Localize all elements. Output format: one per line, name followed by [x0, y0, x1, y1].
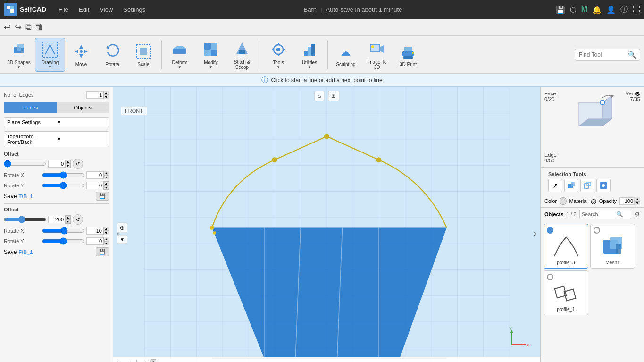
save-btn-2[interactable]: 💾 [96, 247, 109, 256]
search-box[interactable]: 🔍 [579, 210, 631, 219]
bell-icon[interactable]: 🔔 [592, 5, 602, 14]
rotate-y-field-2[interactable] [86, 237, 103, 245]
tool-image-to-3d[interactable]: Image To 3D [362, 38, 392, 72]
tool-scale[interactable]: Scale [128, 38, 159, 72]
gear-btn[interactable]: ⚙ [635, 91, 640, 97]
tool-sculpting[interactable]: Sculpting [331, 38, 361, 72]
objects-row-2: profile_1 [543, 269, 642, 316]
m-icon[interactable]: M [581, 5, 587, 14]
info-icon[interactable]: ⓘ [620, 5, 628, 15]
num-edges-input[interactable]: ▲ ▼ [86, 91, 109, 99]
info-circle-icon: ⓘ [261, 76, 268, 84]
offset-label-1: Offset [4, 151, 109, 157]
rotate-x-field-2[interactable] [86, 227, 103, 235]
color-swatch[interactable] [560, 197, 566, 205]
length-input[interactable]: ▲ ▼ [136, 359, 156, 362]
grid-center-btn[interactable]: ⊞ [328, 91, 339, 101]
rotate-y-field-1[interactable] [86, 182, 103, 189]
select-arrow-btn[interactable]: ↗ [548, 179, 562, 192]
material-icon[interactable]: ◎ [591, 197, 596, 205]
save-icon[interactable]: 💾 [556, 5, 565, 14]
find-tool-search-icon: 🔍 [628, 51, 636, 59]
offset-reset-1[interactable]: ↺ [73, 159, 83, 169]
obj-radio-profile1[interactable] [547, 274, 553, 280]
offset-slider-1[interactable] [4, 160, 46, 167]
topbar-right: 💾 ⬡ M 🔔 👤 ⓘ ⛶ [556, 5, 640, 15]
obj-radio-profile3[interactable] [547, 227, 553, 234]
find-tool-box[interactable]: 🔍 [575, 49, 640, 61]
opacity-field[interactable] [619, 197, 635, 205]
obj-radio-mesh1[interactable] [594, 227, 600, 234]
plane-settings-dropdown[interactable]: Plane Settings ▼ [4, 117, 109, 127]
nav-down-btn[interactable]: ▼ [117, 235, 127, 244]
find-tool-input[interactable] [579, 51, 626, 58]
offset-input-1[interactable]: ▲ ▼ [48, 160, 71, 168]
offset-slider-2[interactable] [4, 216, 46, 223]
menu-file[interactable]: File [54, 4, 73, 15]
plane-orientation-dropdown[interactable]: Top/Bottom, Front/Back ▼ [4, 131, 109, 147]
num-edges-down[interactable]: ▼ [103, 95, 109, 99]
num-edges-up[interactable]: ▲ [103, 91, 109, 95]
tool-move[interactable]: Move [66, 38, 96, 72]
offset-field-1[interactable] [48, 160, 65, 168]
svg-marker-12 [75, 50, 78, 53]
menu-view[interactable]: View [95, 4, 117, 15]
rotate-y-slider-2[interactable] [42, 238, 84, 244]
offset-reset-2[interactable]: ↺ [73, 214, 83, 225]
rotate-x-slider-1[interactable] [42, 172, 84, 178]
rotate-x-input-2[interactable]: ▲ ▼ [86, 227, 109, 235]
fullscreen-icon[interactable]: ⛶ [633, 5, 640, 14]
tool-modify[interactable]: Modify ▼ [196, 38, 226, 72]
svg-point-50 [324, 134, 329, 139]
opacity-input[interactable]: ▲ ▼ [619, 197, 640, 205]
drawing-icon [41, 40, 59, 59]
nav-right-arrow[interactable]: › [530, 224, 540, 242]
rotate-y-input-1[interactable]: ▲ ▼ [86, 181, 109, 190]
delete-btn[interactable]: 🗑 [35, 22, 44, 32]
tab-planes[interactable]: Planes [4, 102, 57, 113]
objects-settings-icon[interactable]: ⚙ [634, 210, 640, 218]
rotate-y-input-2[interactable]: ▲ ▼ [86, 237, 109, 245]
tool-stitch-scoop[interactable]: Stitch & Scoop [227, 38, 257, 72]
redo-btn[interactable]: ↪ [15, 22, 22, 33]
menu-edit[interactable]: Edit [74, 4, 94, 15]
rotate-y-slider-1[interactable] [42, 182, 84, 189]
search-input[interactable] [582, 211, 615, 217]
tool-3d-shapes[interactable]: 3D Shapes ▼ [4, 38, 34, 72]
rotate-x-field-1[interactable] [86, 171, 103, 179]
select-face-btn[interactable] [596, 179, 611, 192]
rotate-x-input-1[interactable]: ▲ ▼ [86, 171, 109, 179]
obj-header-mesh1 [594, 227, 632, 234]
share-icon[interactable]: ⬡ [570, 5, 577, 14]
orbit-btn[interactable]: ⊕ [117, 222, 127, 233]
deform-icon [170, 40, 189, 59]
tool-deform[interactable]: Deform ▼ [165, 38, 195, 72]
obj-item-profile3[interactable]: profile_3 [544, 224, 588, 269]
offset-field-2[interactable] [48, 216, 65, 223]
home-btn[interactable]: ⌂ [314, 91, 324, 101]
save-btn-1[interactable]: 💾 [96, 192, 109, 201]
select-cube-btn[interactable] [564, 179, 578, 192]
obj-item-profile1[interactable]: profile_1 [544, 270, 588, 315]
rotate-x-slider-2[interactable] [42, 227, 84, 234]
tool-3d-print[interactable]: 3D Print [393, 38, 423, 72]
select-wire-btn[interactable] [580, 179, 594, 192]
face-label: Face [544, 91, 556, 96]
viewport[interactable]: ‹ › ⌂ ⊞ FRONT [113, 87, 540, 362]
num-edges-field[interactable] [86, 91, 103, 99]
copy-btn[interactable]: ⧉ [25, 22, 32, 32]
num-edges-label: No. of Edges [4, 92, 84, 98]
tool-rotate[interactable]: Rotate [97, 38, 127, 72]
undo-btn[interactable]: ↩ [4, 22, 11, 33]
tool-tools[interactable]: Tools ▼ [263, 38, 293, 72]
tool-drawing[interactable]: Drawing ▼ [35, 38, 65, 72]
offset-input-2[interactable]: ▲ ▼ [48, 215, 71, 224]
menu-settings[interactable]: Settings [118, 4, 150, 15]
svg-rect-0 [7, 6, 10, 9]
tab-objects[interactable]: Objects [57, 102, 109, 113]
tool-utilities[interactable]: Utilities ▼ [294, 38, 325, 72]
obj-item-mesh1[interactable]: Mesh1 [590, 224, 635, 269]
rotate-x-label-1: Rotate X [4, 172, 40, 178]
length-field[interactable] [136, 360, 151, 362]
user-icon[interactable]: 👤 [606, 5, 616, 14]
